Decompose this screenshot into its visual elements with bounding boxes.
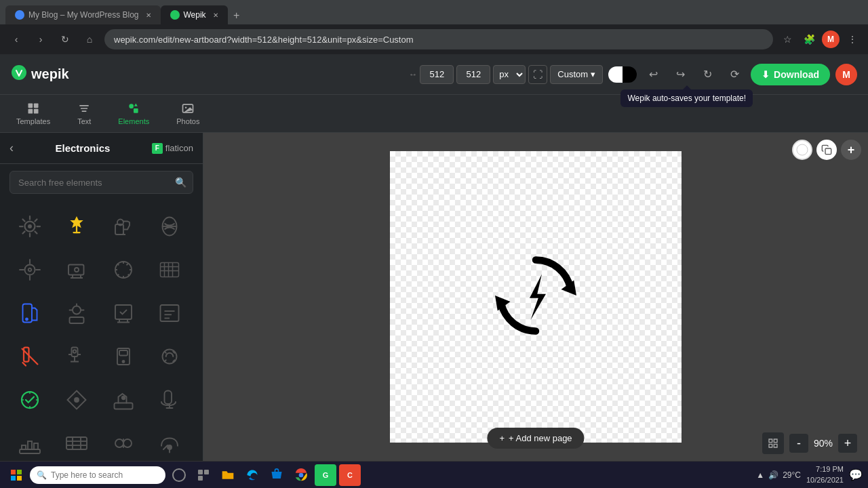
download-button[interactable]: ⬇ Download (751, 64, 830, 85)
svg-point-71 (299, 472, 304, 477)
list-item[interactable] (103, 293, 144, 333)
add-page-button[interactable]: + + Add new page (487, 428, 584, 449)
taskbar-app2[interactable]: C (339, 464, 361, 486)
tab-close-2[interactable]: ✕ (213, 12, 218, 19)
dots-icon[interactable]: ⋮ (844, 30, 861, 48)
list-item[interactable] (149, 206, 190, 247)
browser-tab-1[interactable]: My Blog – My WordPress Blog ✕ (5, 5, 161, 24)
list-item[interactable] (103, 249, 144, 290)
svg-point-5 (130, 104, 134, 108)
canvas-copy-button[interactable] (816, 140, 837, 160)
tool-templates[interactable]: Templates (11, 99, 56, 128)
search-wrapper: 🔍 (9, 171, 193, 194)
taskbar-explorer[interactable] (217, 464, 239, 486)
canvas-history-button[interactable] (762, 432, 784, 454)
reload-icon-button[interactable]: ⟳ (724, 64, 745, 85)
app-wrapper: wepik Wepik auto-saves your template! ↔ … (0, 54, 868, 461)
list-item[interactable] (149, 380, 190, 420)
svg-rect-64 (17, 470, 22, 474)
taskbar-search-bar[interactable]: 🔍 (30, 466, 165, 484)
list-item[interactable] (103, 423, 144, 461)
new-tab-button[interactable]: + (228, 7, 245, 24)
back-button[interactable]: ‹ (7, 30, 26, 49)
list-item[interactable] (103, 206, 144, 247)
taskbar: 🔍 G C ▲ 🔊 29°C 7:19 PM 10/26/2021 💬 (0, 461, 868, 488)
address-input[interactable] (104, 29, 773, 49)
zoom-out-button[interactable]: - (789, 434, 808, 453)
svg-rect-44 (114, 403, 132, 409)
taskbar-sys-icons: ▲ 🔊 29°C (756, 470, 801, 480)
tool-elements[interactable]: Elements (113, 99, 155, 128)
custom-size-button[interactable]: Custom ▾ (550, 65, 603, 84)
taskbar-chrome[interactable] (290, 464, 312, 486)
list-item[interactable] (56, 206, 97, 247)
refresh-button[interactable]: ↻ (696, 64, 718, 85)
list-item[interactable] (9, 249, 50, 290)
width-input[interactable] (420, 65, 454, 84)
taskbar-edge[interactable] (241, 464, 263, 486)
svg-rect-66 (17, 476, 22, 481)
list-item[interactable] (9, 423, 50, 461)
redo-button[interactable]: ↪ (669, 64, 691, 85)
browser-tab-2[interactable]: Wepik ✕ (161, 5, 228, 24)
user-avatar-button[interactable]: M (835, 64, 857, 85)
list-item[interactable] (56, 380, 97, 420)
list-item[interactable] (9, 336, 50, 377)
svg-point-26 (26, 319, 28, 321)
list-item[interactable] (9, 380, 50, 420)
forward-button[interactable]: › (31, 30, 50, 49)
list-item[interactable] (56, 423, 97, 461)
tool-photos[interactable]: Photos (171, 99, 205, 128)
sidebar-title: Electronics (55, 142, 110, 154)
canvas-main-icon[interactable] (485, 245, 587, 349)
taskbar-search-input[interactable] (51, 470, 153, 480)
taskbar-store[interactable] (266, 464, 288, 486)
svg-point-17 (75, 268, 79, 272)
svg-rect-3 (28, 109, 33, 114)
svg-rect-60 (825, 148, 831, 155)
canvas-color-selector[interactable] (792, 140, 812, 160)
height-input[interactable] (456, 65, 490, 84)
cortana-button[interactable] (168, 464, 190, 486)
list-item[interactable] (149, 293, 190, 333)
templates-icon (26, 102, 40, 115)
tool-text[interactable]: Text (72, 99, 96, 128)
home-button[interactable]: ⌂ (80, 30, 99, 49)
sidebar-back-button[interactable]: ‹ (9, 141, 14, 155)
task-view-button[interactable] (193, 464, 214, 486)
extension-icon[interactable]: 🧩 (800, 30, 818, 48)
tab-label-2: Wepik (184, 10, 206, 20)
svg-rect-6 (134, 108, 138, 113)
canvas-bottom: - 90% + (762, 432, 857, 454)
color-theme-toggle[interactable] (608, 66, 637, 83)
start-button[interactable] (5, 464, 27, 486)
list-item[interactable] (103, 336, 144, 377)
taskbar-app1[interactable]: G (315, 464, 336, 486)
list-item[interactable] (9, 206, 50, 247)
tab-close-1[interactable]: ✕ (146, 12, 151, 19)
fullscreen-button[interactable]: ⛶ (528, 65, 547, 84)
width-icon: ↔ (408, 69, 417, 79)
notification-icon[interactable]: 💬 (849, 468, 863, 481)
list-item[interactable] (103, 380, 144, 420)
bookmark-icon[interactable]: ☆ (778, 30, 796, 48)
list-item[interactable] (9, 293, 50, 333)
canvas-add-button[interactable]: + (841, 140, 861, 160)
list-item[interactable] (149, 249, 190, 290)
search-input[interactable] (9, 171, 193, 194)
reload-button[interactable]: ↻ (56, 30, 75, 49)
flaticon-logo: F flaticon (152, 143, 193, 154)
list-item[interactable] (149, 423, 190, 461)
list-item[interactable] (56, 249, 97, 290)
list-item[interactable] (56, 293, 97, 333)
list-item[interactable] (56, 336, 97, 377)
profile-icon[interactable]: M (822, 30, 840, 48)
svg-rect-48 (22, 445, 26, 449)
zoom-in-button[interactable]: + (838, 434, 857, 453)
unit-select[interactable]: px cm in (493, 65, 526, 84)
taskbar-wifi-icon: ▲ (756, 470, 764, 480)
undo-button[interactable]: ↩ (642, 64, 664, 85)
svg-point-0 (12, 65, 26, 80)
list-item[interactable] (149, 336, 190, 377)
text-icon (77, 102, 91, 115)
